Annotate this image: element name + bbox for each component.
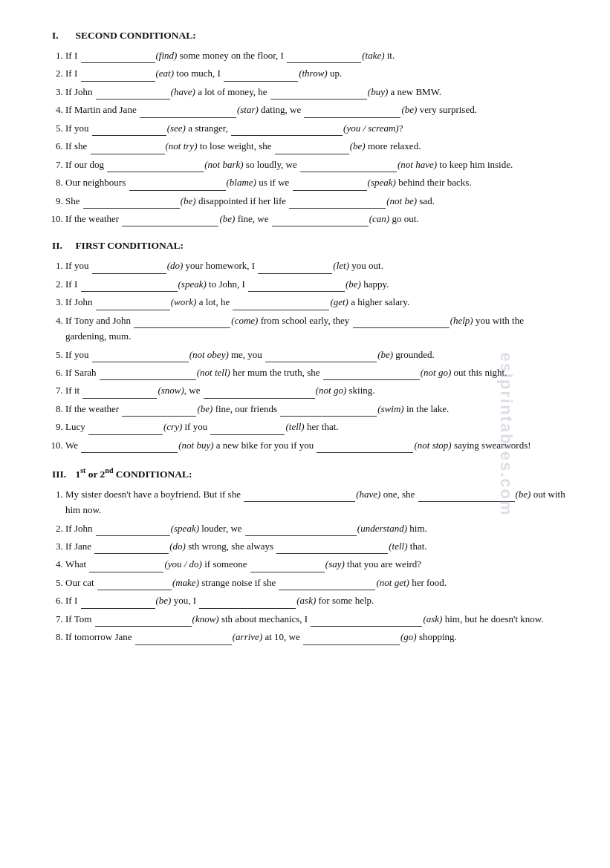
blank bbox=[280, 406, 377, 417]
blank bbox=[97, 580, 172, 590]
blank bbox=[317, 443, 413, 453]
blank bbox=[91, 144, 165, 154]
section-3-title: III. 1st or 2nd CONDITIONAL: bbox=[52, 466, 565, 480]
blank bbox=[224, 71, 298, 82]
list-item: If I (find) some money on the floor, I (… bbox=[65, 48, 565, 63]
list-item: Our neighbours (blame) us if we (speak) … bbox=[65, 174, 565, 190]
list-item: What (you / do) if someone (say) that yo… bbox=[65, 556, 565, 572]
blank bbox=[311, 616, 422, 627]
list-item: If the weather (be) fine, we (can) go ou… bbox=[65, 211, 565, 226]
list-item: If you (see) a stranger, (you / scream)? bbox=[65, 120, 565, 136]
blank bbox=[244, 492, 355, 502]
blank bbox=[275, 144, 349, 154]
blank bbox=[134, 318, 230, 328]
list-item: If Tony and John (come) from school earl… bbox=[65, 313, 565, 345]
list-item: Lucy (cry) if you (tell) her that. bbox=[65, 419, 565, 434]
list-item: My sister doesn't have a boyfriend. But … bbox=[65, 486, 565, 518]
section-2-title: II. FIRST CONDITIONAL: bbox=[52, 240, 565, 252]
blank bbox=[287, 53, 361, 63]
blank bbox=[323, 370, 420, 380]
list-item: If John (have) a lot of money, he (buy) … bbox=[65, 84, 565, 99]
blank bbox=[94, 544, 169, 554]
blank bbox=[83, 198, 180, 209]
blank bbox=[100, 370, 196, 380]
blank bbox=[418, 492, 515, 502]
blank bbox=[107, 162, 204, 172]
list-item: If it (snow), we (not go) skiing. bbox=[65, 382, 565, 398]
blank bbox=[304, 108, 400, 118]
blank bbox=[250, 562, 325, 572]
blank bbox=[82, 388, 157, 399]
blank bbox=[276, 544, 388, 554]
blank bbox=[300, 162, 397, 172]
blank bbox=[81, 443, 178, 453]
blank bbox=[92, 352, 189, 362]
blank bbox=[140, 108, 236, 118]
list-item: If you (not obey) me, you (be) grounded. bbox=[65, 347, 565, 362]
blank bbox=[303, 635, 400, 645]
blank bbox=[88, 425, 163, 435]
section-1-list: If I (find) some money on the floor, I (… bbox=[65, 48, 565, 226]
blank bbox=[289, 198, 386, 209]
blank bbox=[81, 598, 155, 609]
blank bbox=[92, 125, 166, 136]
list-item: If our dog (not bark) so loudly, we (not… bbox=[65, 157, 565, 172]
list-item: Our cat (make) strange noise if she (not… bbox=[65, 575, 565, 590]
blank bbox=[81, 281, 178, 292]
list-item: If I (be) you, I (ask) for some help. bbox=[65, 593, 565, 608]
section-1: I. SECOND CONDITIONAL: If I (find) some … bbox=[52, 30, 565, 226]
list-item: If tomorrow Jane (arrive) at 10, we (go)… bbox=[65, 629, 565, 645]
list-item: If Tom (know) sth about mechanics, I (as… bbox=[65, 611, 565, 627]
section-3-list: My sister doesn't have a boyfriend. But … bbox=[65, 486, 565, 645]
blank bbox=[270, 89, 367, 99]
list-item: If she (not try) to lose weight, she (be… bbox=[65, 138, 565, 154]
list-item: If I (speak) to John, I (be) happy. bbox=[65, 276, 565, 292]
blank bbox=[135, 635, 232, 645]
list-item: If John (speak) louder, we (understand) … bbox=[65, 521, 565, 536]
list-item: She (be) disappointed if her life (not b… bbox=[65, 193, 565, 209]
list-item: If the weather (be) fine, our friends (s… bbox=[65, 401, 565, 417]
section-2: II. FIRST CONDITIONAL: If you (do) your … bbox=[52, 240, 565, 453]
blank bbox=[204, 388, 315, 399]
list-item: If John (work) a lot, he (get) a higher … bbox=[65, 294, 565, 310]
blank bbox=[258, 264, 332, 274]
blank bbox=[96, 300, 170, 310]
blank bbox=[129, 180, 226, 191]
section-2-list: If you (do) your homework, I (let) you o… bbox=[65, 258, 565, 453]
list-item: We (not buy) a new bike for you if you (… bbox=[65, 437, 565, 453]
section-1-title: I. SECOND CONDITIONAL: bbox=[52, 30, 565, 42]
list-item: If I (eat) too much, I (throw) up. bbox=[65, 65, 565, 81]
blank bbox=[272, 216, 369, 226]
blank bbox=[245, 526, 357, 536]
blank bbox=[231, 125, 343, 136]
blank bbox=[293, 180, 367, 191]
blank bbox=[89, 562, 163, 572]
blank bbox=[353, 318, 450, 328]
blank bbox=[248, 281, 345, 292]
blank bbox=[96, 526, 170, 536]
list-item: If Sarah (not tell) her mum the truth, s… bbox=[65, 365, 565, 380]
blank bbox=[265, 352, 377, 362]
list-item: If Martin and Jane (star) dating, we (be… bbox=[65, 102, 565, 117]
blank bbox=[122, 406, 196, 417]
list-item: If Jane (do) sth wrong, she always (tell… bbox=[65, 538, 565, 554]
blank bbox=[92, 264, 166, 274]
blank bbox=[279, 580, 375, 590]
blank bbox=[122, 216, 218, 226]
blank bbox=[210, 425, 285, 435]
blank bbox=[81, 53, 155, 63]
blank bbox=[233, 300, 329, 310]
blank bbox=[81, 71, 155, 82]
blank bbox=[199, 598, 296, 609]
section-3: III. 1st or 2nd CONDITIONAL: My sister d… bbox=[52, 466, 565, 645]
blank bbox=[95, 616, 192, 627]
blank bbox=[96, 89, 170, 99]
list-item: If you (do) your homework, I (let) you o… bbox=[65, 258, 565, 273]
